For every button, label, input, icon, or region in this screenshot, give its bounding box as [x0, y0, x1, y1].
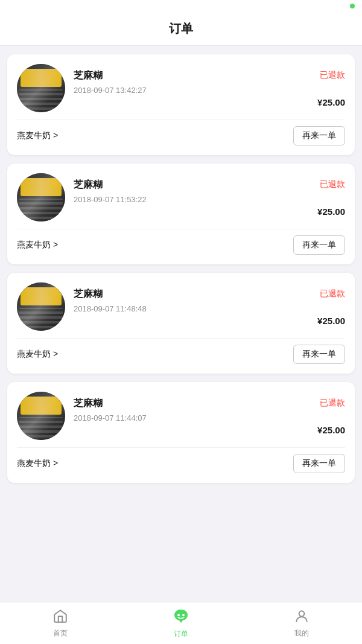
reorder-button[interactable]: 再来一单 [293, 454, 345, 473]
order-icon [173, 608, 189, 627]
order-datetime: 2018-09-07 13:42:27 [74, 86, 345, 95]
order-price: ¥25.00 [74, 425, 345, 435]
order-price: ¥25.00 [74, 206, 345, 217]
order-datetime: 2018-09-07 11:53:22 [74, 195, 345, 204]
order-name: 芝麻糊 [74, 397, 103, 410]
order-card: 芝麻糊 已退款 2018-09-07 11:48:48 ¥25.00 燕麦牛奶 … [7, 273, 355, 374]
order-bottom: 燕麦牛奶 > 再来一单 [17, 338, 345, 364]
order-name-row: 芝麻糊 已退款 [74, 397, 345, 410]
store-name[interactable]: 燕麦牛奶 > [17, 458, 58, 469]
order-info: 芝麻糊 已退款 2018-09-07 13:42:27 ¥25.00 [74, 69, 345, 107]
order-name-row: 芝麻糊 已退款 [74, 69, 345, 82]
reorder-button[interactable]: 再来一单 [293, 126, 345, 145]
store-name[interactable]: 燕麦牛奶 > [17, 240, 58, 250]
home-icon [52, 608, 68, 626]
status-bar [0, 0, 362, 12]
svg-point-3 [299, 611, 305, 616]
order-bottom: 燕麦牛奶 > 再来一单 [17, 120, 345, 145]
order-name-row: 芝麻糊 已退款 [74, 179, 345, 191]
signal-dot [350, 4, 355, 8]
order-top: 芝麻糊 已退款 2018-09-07 11:44:07 ¥25.00 [17, 392, 345, 440]
reorder-button[interactable]: 再来一单 [293, 345, 345, 364]
order-name-row: 芝麻糊 已退款 [74, 288, 345, 301]
order-bottom: 燕麦牛奶 > 再来一单 [17, 447, 345, 473]
profile-icon [294, 608, 310, 626]
svg-point-1 [177, 614, 180, 616]
order-status: 已退款 [320, 70, 345, 81]
order-top: 芝麻糊 已退款 2018-09-07 13:42:27 ¥25.00 [17, 64, 345, 112]
order-image [17, 173, 65, 222]
svg-rect-0 [174, 610, 188, 620]
order-name: 芝麻糊 [74, 288, 103, 301]
order-price: ¥25.00 [74, 316, 345, 326]
order-list: 芝麻糊 已退款 2018-09-07 13:42:27 ¥25.00 燕麦牛奶 … [0, 46, 362, 540]
order-info: 芝麻糊 已退款 2018-09-07 11:48:48 ¥25.00 [74, 288, 345, 326]
order-price: ¥25.00 [74, 97, 345, 107]
page-header: 订单 [0, 12, 362, 46]
order-info: 芝麻糊 已退款 2018-09-07 11:44:07 ¥25.00 [74, 397, 345, 435]
order-name: 芝麻糊 [74, 179, 103, 191]
tab-profile[interactable]: 我的 [241, 608, 362, 639]
order-name: 芝麻糊 [74, 69, 103, 82]
order-image [17, 392, 65, 440]
store-name[interactable]: 燕麦牛奶 > [17, 349, 58, 360]
reorder-button[interactable]: 再来一单 [293, 235, 345, 255]
order-top: 芝麻糊 已退款 2018-09-07 11:48:48 ¥25.00 [17, 282, 345, 331]
order-card: 芝麻糊 已退款 2018-09-07 11:44:07 ¥25.00 燕麦牛奶 … [7, 382, 355, 483]
tab-bar: 首页 订单 我的 [0, 602, 362, 644]
order-image [17, 64, 65, 112]
order-image [17, 282, 65, 331]
order-status: 已退款 [320, 179, 345, 190]
order-card: 芝麻糊 已退款 2018-09-07 13:42:27 ¥25.00 燕麦牛奶 … [7, 54, 355, 155]
tab-home[interactable]: 首页 [0, 608, 121, 639]
order-top: 芝麻糊 已退款 2018-09-07 11:53:22 ¥25.00 [17, 173, 345, 222]
order-status: 已退款 [320, 289, 345, 299]
svg-point-2 [182, 614, 185, 616]
tab-home-label: 首页 [53, 628, 68, 639]
store-name[interactable]: 燕麦牛奶 > [17, 130, 58, 141]
tab-order[interactable]: 订单 [121, 608, 241, 639]
order-info: 芝麻糊 已退款 2018-09-07 11:53:22 ¥25.00 [74, 179, 345, 217]
order-bottom: 燕麦牛奶 > 再来一单 [17, 229, 345, 255]
order-status: 已退款 [320, 398, 345, 409]
order-card: 芝麻糊 已退款 2018-09-07 11:53:22 ¥25.00 燕麦牛奶 … [7, 164, 355, 264]
order-datetime: 2018-09-07 11:48:48 [74, 304, 345, 313]
tab-profile-label: 我的 [294, 628, 309, 639]
page-title: 订单 [0, 21, 362, 37]
tab-order-label: 订单 [174, 629, 188, 639]
order-datetime: 2018-09-07 11:44:07 [74, 413, 345, 422]
